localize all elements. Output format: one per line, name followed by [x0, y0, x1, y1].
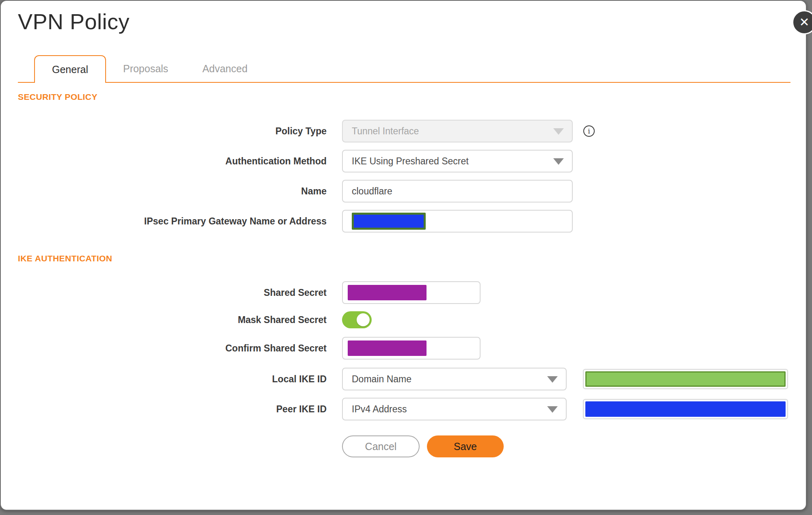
tab-general[interactable]: General — [34, 55, 106, 83]
peer-ike-id-select[interactable]: IPv4 Address — [342, 398, 567, 420]
toggle-knob — [357, 313, 370, 326]
chevron-down-icon — [553, 128, 564, 135]
local-ike-id-input[interactable] — [583, 369, 788, 389]
local-ike-id-type-value: Domain Name — [352, 374, 411, 385]
info-icon[interactable]: i — [583, 125, 595, 137]
shared-secret-label: Shared Secret — [18, 287, 327, 298]
policy-type-value: Tunnel Interface — [352, 126, 419, 137]
tab-proposals[interactable]: Proposals — [106, 55, 185, 82]
security-policy-form: Policy Type Tunnel Interface i Authentic… — [18, 120, 790, 233]
mask-shared-secret-row: Mask Shared Secret — [18, 311, 790, 328]
mask-shared-secret-toggle[interactable] — [342, 311, 372, 328]
policy-type-select: Tunnel Interface — [342, 120, 573, 142]
authentication-method-value: IKE Using Preshared Secret — [352, 156, 469, 167]
peer-ike-id-type-value: IPv4 Address — [352, 404, 407, 415]
dialog-actions: Cancel Save — [342, 435, 790, 457]
section-heading-ike-authentication: IKE AUTHENTICATION — [18, 254, 790, 263]
local-ike-id-select[interactable]: Domain Name — [342, 368, 567, 390]
confirm-shared-secret-label: Confirm Shared Secret — [18, 343, 327, 354]
chevron-down-icon — [547, 376, 558, 383]
confirm-shared-secret-input[interactable] — [342, 337, 481, 360]
shared-secret-row: Shared Secret — [18, 281, 790, 304]
name-row: Name cloudflare — [18, 180, 790, 203]
shared-secret-redacted-value — [348, 285, 427, 300]
peer-ike-id-input[interactable] — [583, 399, 788, 419]
chevron-down-icon — [547, 406, 558, 413]
peer-ike-id-row: Peer IKE ID IPv4 Address — [18, 398, 790, 420]
peer-ike-id-redacted-value — [585, 401, 786, 417]
chevron-down-icon — [553, 158, 564, 165]
ike-authentication-form: Shared Secret Mask Shared Secret — [18, 281, 790, 420]
dialog-title: VPN Policy — [18, 1, 790, 34]
tab-bar: General Proposals Advanced — [18, 55, 790, 83]
policy-type-label: Policy Type — [18, 126, 327, 137]
confirm-shared-secret-redacted-value — [348, 340, 427, 356]
gateway-input[interactable] — [342, 210, 573, 233]
gateway-row: IPsec Primary Gateway Name or Address — [18, 210, 790, 233]
shared-secret-input[interactable] — [342, 281, 481, 304]
confirm-shared-secret-row: Confirm Shared Secret — [18, 337, 790, 360]
name-label: Name — [18, 186, 327, 197]
authentication-method-select[interactable]: IKE Using Preshared Secret — [342, 150, 573, 172]
save-button[interactable]: Save — [427, 435, 504, 457]
policy-type-row: Policy Type Tunnel Interface i — [18, 120, 790, 142]
peer-ike-id-label: Peer IKE ID — [18, 404, 327, 415]
local-ike-id-redacted-value — [585, 371, 786, 387]
name-value: cloudflare — [352, 186, 392, 197]
name-input[interactable]: cloudflare — [342, 180, 573, 203]
close-icon: ✕ — [799, 16, 809, 28]
local-ike-id-label: Local IKE ID — [18, 374, 327, 385]
mask-shared-secret-label: Mask Shared Secret — [18, 315, 327, 325]
authentication-method-row: Authentication Method IKE Using Preshare… — [18, 150, 790, 172]
tab-advanced[interactable]: Advanced — [185, 55, 264, 82]
gateway-label: IPsec Primary Gateway Name or Address — [18, 216, 327, 227]
local-ike-id-row: Local IKE ID Domain Name — [18, 368, 790, 390]
section-heading-security-policy: SECURITY POLICY — [18, 92, 790, 102]
gateway-redacted-value — [352, 213, 426, 230]
vpn-policy-dialog: VPN Policy General Proposals Advanced SE… — [0, 0, 807, 511]
authentication-method-label: Authentication Method — [18, 156, 327, 167]
cancel-button[interactable]: Cancel — [342, 435, 420, 457]
screen: VPN Policy General Proposals Advanced SE… — [0, 0, 812, 515]
